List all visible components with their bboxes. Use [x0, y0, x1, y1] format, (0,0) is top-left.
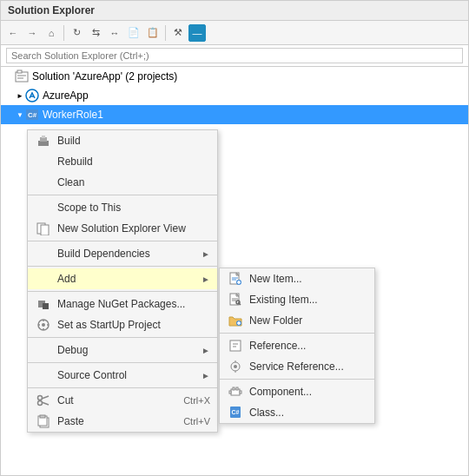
nuget-label: Manage NuGet Packages...	[57, 298, 210, 310]
build-deps-icon	[35, 245, 52, 262]
menu-item-source-control[interactable]: Source Control ►	[28, 365, 217, 386]
workerrole-label: WorkerRole1	[43, 109, 103, 121]
menu-item-build[interactable]: Build	[28, 130, 217, 151]
submenu-class[interactable]: C# Class...	[220, 402, 374, 423]
paste-button[interactable]: 📋	[144, 24, 162, 42]
wrench-button[interactable]: ⚒	[169, 24, 187, 42]
submenu-existing-item[interactable]: Existing Item...	[220, 289, 374, 310]
sync2-button[interactable]: ↔	[106, 24, 123, 42]
existing-item-label: Existing Item...	[249, 294, 367, 306]
title-text: Solution Explorer	[8, 4, 95, 17]
new-item-label: New Item...	[249, 273, 367, 285]
tree-item-workerrole1[interactable]: ▼ C# WorkerRole1	[1, 105, 468, 124]
solution-icon	[15, 69, 29, 83]
svg-rect-43	[43, 303, 49, 309]
separator-4	[28, 291, 217, 292]
svg-rect-0	[16, 72, 28, 82]
svg-rect-10	[42, 136, 45, 138]
separator-6	[28, 362, 217, 363]
svg-point-4	[26, 89, 38, 102]
menu-item-cut[interactable]: Cut Ctrl+X	[28, 390, 217, 411]
rebuild-label: Rebuild	[57, 155, 210, 168]
scope-label: Scope to This	[57, 202, 210, 214]
submenu-service-reference[interactable]: Service Reference...	[220, 356, 374, 377]
tree-item-azureapp[interactable]: ► AzureApp	[1, 86, 468, 105]
add-label: Add	[57, 273, 201, 285]
svg-text:C#: C#	[232, 409, 240, 415]
new-folder-label: New Folder	[249, 314, 367, 327]
menu-item-debug[interactable]: Debug ►	[28, 340, 217, 360]
menu-item-new-explorer[interactable]: New Solution Explorer View	[28, 218, 217, 239]
menu-item-scope[interactable]: Scope to This	[28, 197, 217, 218]
svg-point-45	[42, 323, 45, 327]
source-control-label: Source Control	[57, 369, 201, 381]
add-icon	[35, 270, 52, 288]
debug-arrow: ►	[201, 346, 210, 355]
svg-point-50	[38, 396, 43, 400]
source-control-arrow: ►	[201, 371, 210, 380]
svg-rect-38	[233, 387, 234, 390]
add-submenu: New Item...	[219, 268, 375, 424]
add-arrow: ►	[201, 274, 210, 284]
menu-item-add[interactable]: Add ►	[28, 268, 217, 289]
menu-item-clean[interactable]: Clean	[28, 172, 217, 193]
build-icon	[35, 132, 52, 149]
svg-rect-37	[240, 391, 241, 393]
expand-arrow-solution	[4, 71, 15, 82]
reference-label: Reference...	[249, 340, 367, 352]
menu-item-build-deps[interactable]: Build Dependencies ►	[28, 243, 217, 264]
svg-rect-1	[17, 70, 22, 73]
separator-2	[28, 241, 217, 241]
build-deps-arrow: ►	[201, 249, 210, 259]
submenu-reference[interactable]: Reference...	[220, 335, 374, 356]
source-control-icon	[35, 367, 52, 384]
menu-item-paste[interactable]: Paste Ctrl+V	[28, 411, 217, 432]
sub-separator-2	[220, 379, 374, 380]
context-menu: Build Rebuild Clean Scope to This	[27, 129, 218, 433]
explorer-icon	[35, 220, 52, 237]
menu-item-rebuild[interactable]: Rebuild	[28, 151, 217, 172]
cut-shortcut: Ctrl+X	[183, 395, 210, 406]
class-label: Class...	[249, 407, 367, 419]
submenu-new-item[interactable]: New Item...	[220, 268, 374, 289]
home-button[interactable]: ⌂	[43, 24, 60, 42]
forward-button[interactable]: →	[23, 24, 41, 42]
service-ref-label: Service Reference...	[249, 360, 367, 373]
startup-label: Set as StartUp Project	[57, 319, 210, 331]
sub-separator-1	[220, 333, 374, 334]
azureapp-label: AzureApp	[43, 89, 89, 102]
paste-label: Paste	[57, 415, 166, 427]
refresh-button[interactable]: ⇆	[87, 24, 104, 42]
startup-icon	[35, 316, 52, 334]
build-deps-label: Build Dependencies	[57, 248, 201, 260]
svg-rect-28	[230, 340, 241, 351]
separator-2	[165, 25, 166, 41]
component-icon	[227, 383, 244, 400]
separator-1	[28, 195, 217, 195]
service-ref-icon	[227, 358, 244, 375]
toolbar: ← → ⌂ ↻ ⇆ ↔ 📄 📋 ⚒ —	[1, 21, 468, 45]
menu-item-nuget[interactable]: Manage NuGet Packages...	[28, 294, 217, 314]
copy-button[interactable]: 📄	[125, 24, 142, 42]
new-explorer-label: New Solution Explorer View	[57, 222, 210, 235]
title-bar: Solution Explorer	[1, 1, 468, 21]
svg-text:C#: C#	[28, 111, 37, 119]
pin-button[interactable]: —	[188, 24, 206, 42]
clean-icon	[35, 174, 52, 191]
tree-item-solution[interactable]: Solution 'AzureApp' (2 projects)	[1, 67, 468, 86]
nuget-icon	[35, 295, 52, 313]
back-button[interactable]: ←	[4, 24, 22, 42]
submenu-component[interactable]: Component...	[220, 381, 374, 402]
search-input[interactable]	[6, 48, 463, 63]
new-item-icon	[227, 270, 244, 288]
submenu-new-folder[interactable]: New Folder	[220, 310, 374, 331]
separator-5	[28, 337, 217, 338]
component-label: Component...	[249, 386, 367, 398]
sync-button[interactable]: ↻	[68, 24, 85, 42]
solution-label: Solution 'AzureApp' (2 projects)	[32, 70, 177, 83]
workerrole-icon: C#	[25, 108, 39, 122]
expand-arrow-azureapp: ►	[15, 90, 25, 101]
menu-item-startup[interactable]: Set as StartUp Project	[28, 314, 217, 335]
class-icon: C#	[227, 404, 244, 421]
tree-area: Solution 'AzureApp' (2 projects) ► Azure…	[1, 67, 468, 475]
